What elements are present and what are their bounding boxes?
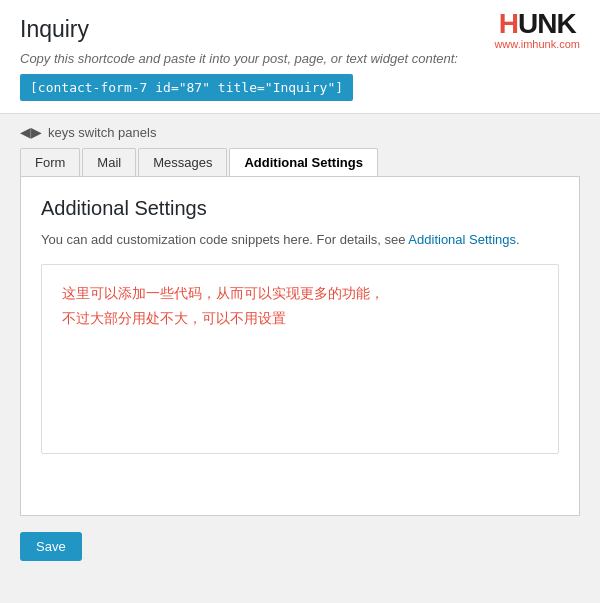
header-area: Inquiry Copy this shortcode and paste it… xyxy=(0,0,600,114)
keys-switch-icon: ◀▶ xyxy=(20,124,42,140)
save-area: Save xyxy=(0,516,600,577)
code-line-1: 这里可以添加一些代码，从而可以实现更多的功能， xyxy=(62,281,538,306)
tab-mail[interactable]: Mail xyxy=(82,148,136,176)
panel-title: Additional Settings xyxy=(41,197,559,220)
logo-area: HUNK www.imhunk.com xyxy=(494,10,580,50)
tab-additional-settings[interactable]: Additional Settings xyxy=(229,148,377,176)
logo-hunk: HUNK xyxy=(494,10,580,38)
keys-panel-area: ◀▶ keys switch panels xyxy=(0,114,600,140)
keys-switch-label: keys switch panels xyxy=(48,125,156,140)
panel-description: You can add customization code snippets … xyxy=(41,230,559,250)
shortcode-box[interactable]: [contact-form-7 id="87" title="Inquiry"] xyxy=(20,74,353,101)
logo-url: www.imhunk.com xyxy=(494,38,580,50)
description-text-after: . xyxy=(516,232,520,247)
shortcode-instruction: Copy this shortcode and paste it into yo… xyxy=(20,51,580,66)
additional-settings-link[interactable]: Additional Settings xyxy=(408,232,516,247)
description-text-before: You can add customization code snippets … xyxy=(41,232,408,247)
save-button[interactable]: Save xyxy=(20,532,82,561)
tabs-bar: Form Mail Messages Additional Settings xyxy=(0,140,600,176)
code-snippet-area[interactable]: 这里可以添加一些代码，从而可以实现更多的功能， 不过大部分用处不大，可以不用设置 xyxy=(41,264,559,454)
tab-messages[interactable]: Messages xyxy=(138,148,227,176)
tab-form[interactable]: Form xyxy=(20,148,80,176)
logo-h: H xyxy=(499,8,518,39)
page-wrapper: Inquiry Copy this shortcode and paste it… xyxy=(0,0,600,577)
code-line-2: 不过大部分用处不大，可以不用设置 xyxy=(62,306,538,331)
logo-unk: UNK xyxy=(518,8,576,39)
additional-settings-panel: Additional Settings You can add customiz… xyxy=(20,176,580,516)
